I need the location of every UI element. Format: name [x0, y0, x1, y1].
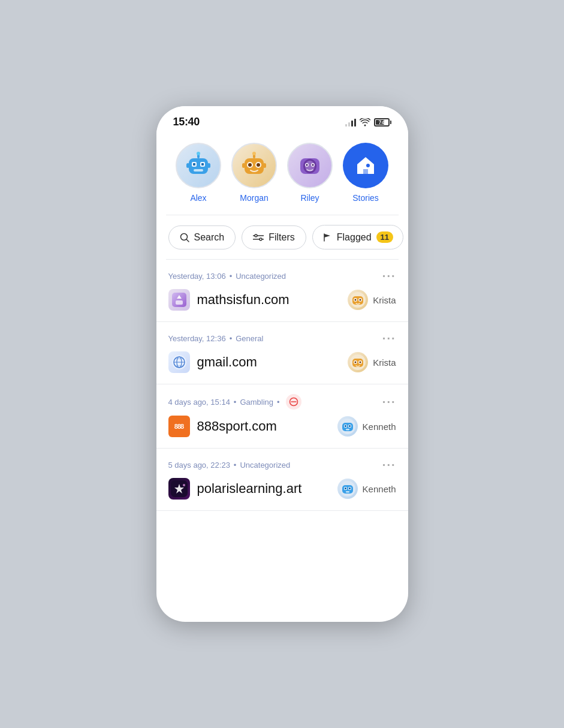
site-favicon-polaris [168, 478, 190, 500]
item-time-3: 5 days ago, 22:23 [168, 461, 230, 470]
history-item-2: 4 days ago, 15:14 • Gambling • ··· 888 8… [156, 384, 408, 449]
flagged-button-label: Flagged [337, 232, 372, 243]
svg-point-24 [306, 164, 308, 166]
item-user-1: Krista [348, 352, 396, 372]
avatar-stories[interactable] [343, 143, 388, 188]
flagged-button[interactable]: Flagged 11 [312, 225, 403, 249]
svg-rect-4 [201, 163, 204, 166]
item-time-2: 4 days ago, 15:14 [168, 398, 230, 407]
item-meta-left-0: Yesterday, 13:06 • Uncategorized [168, 272, 286, 281]
svg-rect-73 [345, 488, 346, 489]
item-separator-1: • [230, 334, 233, 343]
item-separator-4: • [234, 461, 237, 470]
svg-rect-18 [263, 163, 266, 168]
filters-icon [253, 233, 264, 242]
item-category-1: General [236, 334, 263, 343]
avatars-row: Alex Morgan [156, 133, 408, 215]
user-avatar-kenneth-2 [337, 416, 358, 437]
svg-rect-17 [242, 163, 245, 168]
svg-rect-38 [176, 300, 183, 305]
svg-rect-0 [189, 158, 208, 174]
svg-point-55 [355, 362, 357, 363]
svg-rect-75 [346, 491, 349, 493]
item-meta-3: 5 days ago, 22:23 • Uncategorized ··· [168, 458, 396, 472]
avatar-item-alex[interactable]: Alex [171, 143, 227, 203]
svg-point-16 [252, 152, 256, 155]
item-separator-3: • [277, 398, 280, 407]
site-favicon-math [168, 289, 190, 311]
item-site-1: gmail.com [168, 351, 257, 373]
svg-point-14 [257, 163, 260, 167]
user-avatar-kenneth-3 [337, 479, 358, 499]
item-user-0: Krista [348, 290, 396, 310]
filters-button[interactable]: Filters [242, 225, 306, 249]
item-category-0: Uncategorized [236, 272, 286, 281]
item-sitename-2: 888sport.com [197, 419, 277, 434]
item-menu-0[interactable]: ··· [382, 269, 396, 283]
item-sitename-0: mathsisfun.com [197, 292, 289, 308]
item-main-1: gmail.com Krista [168, 351, 396, 373]
svg-rect-9 [207, 163, 210, 168]
status-time: 15:40 [173, 116, 200, 128]
item-sitename-1: gmail.com [197, 354, 257, 370]
item-site-3: polarislearning.art [168, 478, 302, 500]
avatar-morgan[interactable] [231, 143, 277, 188]
flagged-badge: 11 [376, 231, 393, 243]
battery-icon: 74 [374, 118, 391, 127]
history-item-3: 5 days ago, 22:23 • Uncategorized ··· po… [156, 449, 408, 511]
item-menu-1[interactable]: ··· [382, 332, 396, 345]
item-menu-2[interactable]: ··· [382, 395, 396, 409]
svg-rect-5 [194, 169, 203, 172]
status-icons: 74 [345, 118, 391, 127]
site-favicon-888: 888 [168, 416, 190, 437]
avatar-riley[interactable] [287, 143, 333, 188]
item-site-2: 888 888sport.com [168, 416, 277, 437]
item-username-0: Krista [373, 295, 396, 305]
svg-point-27 [366, 164, 370, 167]
wifi-icon [360, 118, 370, 127]
item-main-0: mathsisfun.com Krista [168, 289, 396, 311]
svg-point-7 [197, 152, 200, 155]
item-separator-0: • [230, 272, 233, 281]
avatar-item-stories[interactable]: Stories [338, 143, 394, 203]
svg-line-29 [186, 239, 189, 242]
svg-rect-36 [172, 293, 186, 307]
item-meta-0: Yesterday, 13:06 • Uncategorized ··· [168, 269, 396, 283]
blocked-icon [289, 397, 298, 407]
avatar-item-riley[interactable]: Riley [282, 143, 338, 203]
item-category-2: Gambling [240, 398, 273, 407]
item-user-3: Kenneth [337, 479, 396, 499]
avatar-alex-label: Alex [190, 193, 206, 203]
phone-frame: 15:40 74 [156, 106, 408, 622]
avatar-item-morgan[interactable]: Morgan [227, 143, 282, 203]
avatar-alex[interactable] [176, 143, 221, 188]
site-favicon-gmail [168, 351, 190, 373]
item-menu-3[interactable]: ··· [382, 458, 396, 472]
item-username-1: Krista [373, 357, 396, 368]
filters-button-label: Filters [269, 232, 295, 243]
item-meta-1: Yesterday, 12:36 • General ··· [168, 332, 396, 345]
history-item-1: Yesterday, 12:36 • General ··· [156, 322, 408, 384]
item-username-2: Kenneth [363, 422, 396, 432]
svg-rect-8 [186, 163, 189, 168]
item-sitename-3: polarislearning.art [197, 481, 302, 497]
item-meta-left-1: Yesterday, 12:36 • General [168, 334, 264, 343]
blocked-badge [286, 394, 301, 410]
user-avatar-krista-1 [348, 352, 368, 372]
svg-rect-3 [193, 163, 195, 166]
svg-point-44 [360, 299, 361, 301]
search-button[interactable]: Search [168, 225, 236, 249]
svg-point-68 [183, 484, 185, 486]
avatar-riley-label: Riley [300, 193, 319, 203]
item-username-3: Kenneth [363, 484, 396, 494]
item-meta-left-3: 5 days ago, 22:23 • Uncategorized [168, 461, 291, 470]
toolbar: Search Filters Flagged 11 [156, 215, 408, 259]
svg-point-28 [180, 233, 187, 240]
svg-point-13 [248, 163, 252, 167]
svg-point-43 [355, 299, 357, 301]
user-avatar-krista-0 [348, 290, 368, 310]
history-item-0: Yesterday, 13:06 • Uncategorized ··· [156, 260, 408, 322]
svg-rect-63 [345, 425, 346, 427]
item-meta-2: 4 days ago, 15:14 • Gambling • ··· [168, 394, 396, 410]
item-main-3: polarislearning.art Kenneth [168, 478, 396, 500]
